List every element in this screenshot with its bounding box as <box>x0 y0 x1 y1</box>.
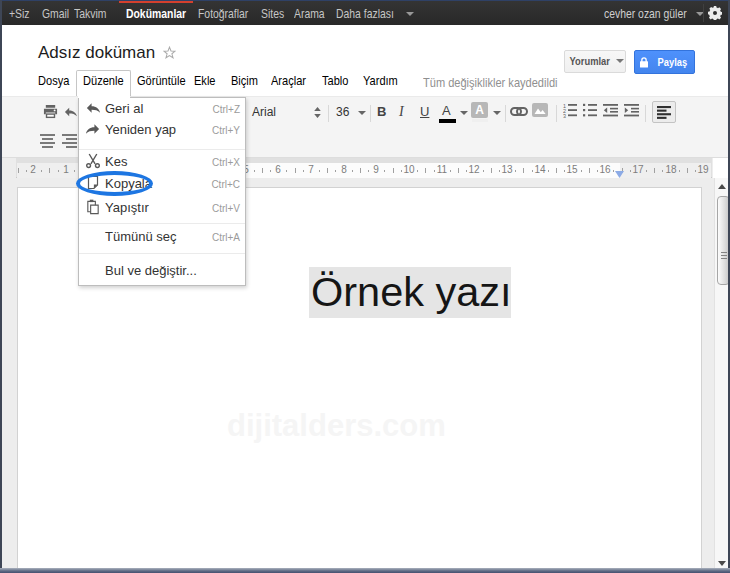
svg-text:3: 3 <box>563 113 566 118</box>
